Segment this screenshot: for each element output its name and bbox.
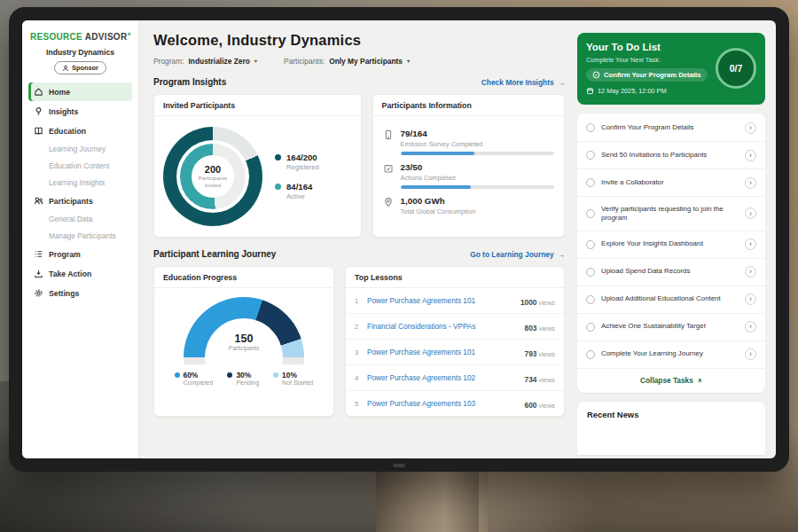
sidebar-item-manage-participants[interactable]: Manage Participants	[28, 228, 132, 244]
task-label: Confirm Your Program Details	[601, 123, 739, 132]
brand-advisor: ADVISOR	[85, 32, 128, 42]
legend-dot	[227, 372, 232, 378]
lesson-link[interactable]: Power Purchase Agreements 103	[367, 400, 519, 408]
chevron-right-icon[interactable]: ›	[745, 293, 756, 305]
chevron-right-icon[interactable]: ›	[745, 348, 756, 360]
card-title: Top Lessons	[346, 267, 564, 288]
sidebar-item-participants[interactable]: Participants	[28, 192, 132, 210]
lesson-views-label: views	[539, 402, 555, 410]
program-select-label: Program:	[153, 57, 184, 66]
sidebar-item-learning-journey[interactable]: Learning Journey	[28, 141, 132, 157]
task-item[interactable]: Send 50 Invitations to Participants ›	[577, 142, 765, 169]
chevron-right-icon[interactable]: ›	[745, 239, 756, 250]
lesson-views: 793	[525, 349, 537, 358]
task-item[interactable]: Upload Additional Educational Content ›	[577, 286, 765, 314]
chevron-right-icon[interactable]: ›	[745, 266, 756, 278]
lesson-link[interactable]: Power Purchase Agreements 102	[367, 374, 519, 382]
learning-journey-header: Participant Learning Journey Go to Learn…	[153, 249, 565, 259]
chevron-down-icon: ▾	[407, 58, 410, 65]
chevron-right-icon[interactable]: ›	[745, 207, 756, 219]
legend-item-pending: 30% Pending	[227, 371, 259, 386]
chevron-right-icon[interactable]: ›	[745, 177, 756, 189]
lesson-rank: 5	[355, 400, 362, 408]
recent-news-card: Recent News	[577, 402, 765, 455]
todo-next-task[interactable]: Confirm Your Program Details	[586, 68, 708, 82]
filter-bar: Program: Industrialize Zero ▾ Participan…	[153, 57, 565, 66]
invited-donut-center: 200 ParticipantsInvited	[192, 155, 234, 198]
sidebar-item-label: Education	[49, 127, 86, 136]
info-row-consumption: 1,000 GWh Total Global Consumption	[383, 196, 554, 215]
lesson-link[interactable]: Power Purchase Agreements 101	[367, 348, 519, 356]
brand-logo[interactable]: RESOURCE ADVISOR+	[28, 29, 132, 48]
participants-info-body: 79/164 Emission Survey Completed 23/50 A…	[373, 116, 564, 223]
lesson-link[interactable]: Financial Considerations - VPPAs	[367, 323, 519, 331]
todo-title: Your To Do List	[586, 42, 708, 52]
task-checkbox[interactable]	[586, 209, 595, 218]
task-checkbox[interactable]	[586, 268, 595, 277]
info-value: 1,000 GWh	[401, 196, 554, 206]
chevron-right-icon[interactable]: ›	[745, 150, 756, 161]
check-more-insights-link[interactable]: Check More Insights →	[481, 78, 565, 87]
sidebar-item-education[interactable]: Education	[28, 121, 132, 140]
insights-card-row: Invited Participants 200 ParticipantsInv…	[153, 94, 565, 238]
people-icon	[34, 196, 43, 206]
task-label: Achieve One Sustainability Target	[601, 322, 739, 331]
chevron-right-icon[interactable]: ›	[745, 122, 756, 134]
info-label: Emission Survey Completed	[401, 140, 554, 148]
sidebar-item-settings[interactable]: Settings	[28, 284, 132, 302]
go-to-learning-journey-link[interactable]: Go to Learning Journey →	[470, 250, 565, 259]
sidebar-item-general-data[interactable]: General Data	[28, 211, 132, 227]
sidebar-item-learning-insights[interactable]: Learning Insights	[28, 175, 132, 191]
sidebar-item-program[interactable]: Program	[28, 245, 132, 263]
participants-select[interactable]: Participants: Only My Participants ▾	[284, 57, 410, 66]
task-item[interactable]: Explore Your Insights Dashboard ›	[577, 231, 765, 259]
gauge-center-value: 150	[235, 332, 254, 345]
lesson-rank: 4	[355, 374, 362, 382]
task-checkbox[interactable]	[586, 151, 595, 160]
legend-value: 10%	[282, 371, 313, 379]
lesson-row: 4 Power Purchase Agreements 102 734views	[346, 365, 564, 391]
task-item[interactable]: Achieve One Sustainability Target ›	[577, 314, 765, 341]
sidebar-item-label: Participants	[49, 197, 93, 206]
gauge-center-label: Participants	[229, 345, 259, 351]
todo-progress-value: 0/7	[730, 63, 743, 74]
lesson-rank: 1	[355, 297, 362, 305]
task-checkbox[interactable]	[586, 350, 595, 359]
sidebar-item-label: Settings	[49, 289, 79, 298]
chevron-right-icon[interactable]: ›	[745, 321, 756, 332]
participants-select-label: Participants:	[284, 57, 325, 66]
book-icon	[34, 126, 43, 136]
checklist-icon	[383, 162, 394, 189]
program-select[interactable]: Program: Industrialize Zero ▾	[153, 57, 257, 66]
legend-dot	[275, 154, 281, 160]
info-value: 23/50	[401, 162, 554, 172]
lesson-link[interactable]: Power Purchase Agreements 101	[367, 297, 515, 305]
task-item[interactable]: Complete Your Learning Journey ›	[577, 341, 765, 369]
actions-progress-bar	[401, 185, 554, 189]
sidebar-item-take-action[interactable]: Take Action	[28, 264, 132, 283]
legend-value: 60%	[184, 371, 214, 379]
sponsor-badge[interactable]: Sponsor	[54, 61, 106, 74]
legend-dot	[175, 372, 180, 378]
task-item[interactable]: Verify participants requesting to join t…	[577, 197, 765, 231]
task-item[interactable]: Invite a Collaborator ›	[577, 169, 765, 197]
todo-next-task-time: 12 May 2025, 12:00 PM	[586, 87, 708, 95]
lesson-row: 2 Financial Considerations - VPPAs 803vi…	[346, 314, 564, 340]
legend-item-not-started: 10% Not Started	[273, 371, 313, 386]
task-checkbox[interactable]	[586, 123, 595, 132]
sidebar-item-home[interactable]: Home	[28, 82, 132, 101]
task-item[interactable]: Upload Spend Data Records ›	[577, 259, 765, 286]
education-card-body: 150 Participants 60% Completed	[154, 288, 333, 393]
task-checkbox[interactable]	[586, 295, 595, 304]
sidebar-item-insights[interactable]: Insights	[28, 102, 132, 121]
emission-survey-progress-bar	[401, 152, 554, 155]
task-checkbox[interactable]	[586, 178, 595, 187]
task-item[interactable]: Confirm Your Program Details ›	[577, 114, 765, 142]
sidebar-item-education-content[interactable]: Education Content	[28, 158, 132, 174]
todo-time-label: 12 May 2025, 12:00 PM	[598, 87, 666, 95]
sidebar-item-label: Insights	[49, 107, 78, 116]
task-checkbox[interactable]	[586, 323, 595, 332]
legend-item-registered: 164/200 Registered	[275, 153, 319, 171]
task-checkbox[interactable]	[586, 240, 595, 249]
collapse-tasks-link[interactable]: Collapse Tasks ∧	[577, 369, 765, 392]
